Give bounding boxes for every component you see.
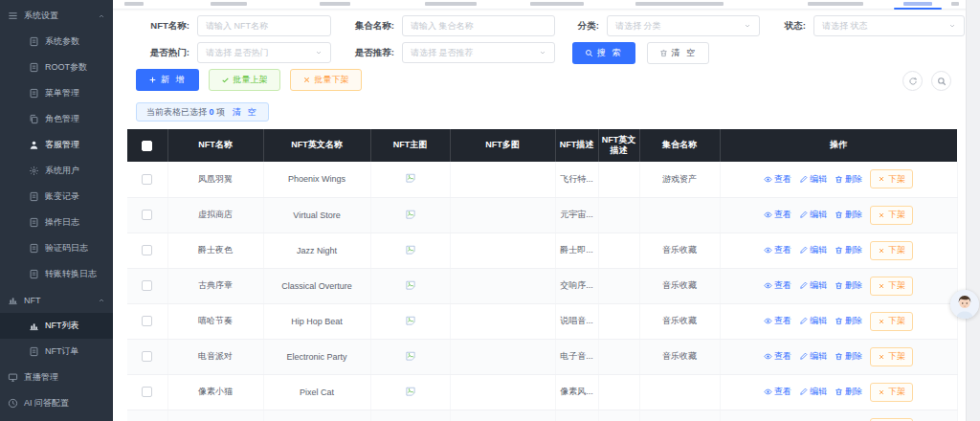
table-row: 爵士夜色 Jazz Night 爵士即... 音乐收藏 查看 编辑 删除 下架 — [127, 233, 957, 268]
tab-fragment[interactable] — [808, 2, 863, 6]
sidebar-item-root-params[interactable]: ROOT参数 — [0, 55, 113, 80]
status-placeholder: 请选择 状态 — [822, 20, 868, 33]
sidebar-item-menu-management[interactable]: 菜单管理 — [0, 80, 113, 106]
off-shelf-button[interactable]: 下架 — [870, 312, 913, 331]
is-recommend-placeholder: 请选择 是否推荐 — [411, 47, 474, 59]
delete-button[interactable]: 删除 — [835, 279, 862, 292]
tab-fragment[interactable] — [211, 2, 247, 6]
view-button[interactable]: 查看 — [764, 209, 791, 221]
edit-button[interactable]: 编辑 — [799, 279, 827, 292]
view-button[interactable]: 查看 — [764, 315, 791, 327]
row-checkbox[interactable] — [142, 387, 152, 397]
edit-button[interactable]: 编辑 — [799, 244, 827, 256]
check-icon — [221, 76, 230, 84]
view-button[interactable]: 查看 — [764, 244, 791, 256]
tab-fragment[interactable] — [320, 2, 350, 6]
sidebar-item-operation-logs[interactable]: 操作日志 — [0, 210, 113, 235]
selection-clear-link[interactable]: 清 空 — [233, 106, 258, 119]
edit-button[interactable]: 编辑 — [799, 209, 827, 221]
sidebar-item-transfer-logs[interactable]: 转账转换日志 — [0, 261, 113, 287]
pencil-icon — [799, 175, 808, 184]
refresh-button[interactable] — [902, 71, 923, 91]
sidebar-item-balance-records[interactable]: 账变记录 — [0, 184, 113, 210]
chevron-down-icon — [948, 22, 956, 30]
delete-button[interactable]: 删除 — [835, 350, 862, 363]
tab-fragment[interactable] — [124, 2, 144, 6]
nft-name-input[interactable] — [197, 15, 331, 36]
zoom-button[interactable] — [931, 71, 951, 91]
sidebar-item-captcha-logs[interactable]: 验证码日志 — [0, 235, 113, 261]
delete-button[interactable]: 删除 — [835, 173, 862, 186]
row-checkbox[interactable] — [142, 245, 152, 255]
edit-button[interactable]: 编辑 — [799, 173, 827, 186]
cell-nft-en-desc — [598, 233, 639, 268]
sidebar-item-nft-orders[interactable]: NFT订单 — [0, 339, 113, 365]
cell-nft-images — [450, 374, 555, 410]
sidebar-item-live-management[interactable]: 直播管理 — [0, 365, 113, 390]
clear-button[interactable]: 清 空 — [647, 42, 710, 64]
tab-fragment-active[interactable] — [903, 2, 932, 6]
delete-button[interactable]: 删除 — [835, 315, 862, 327]
category-select[interactable]: 请选择 分类 — [607, 15, 760, 36]
sidebar-group-system-settings[interactable]: 系统设置 — [0, 3, 113, 29]
tab-fragment[interactable] — [425, 2, 477, 6]
tab-fragment[interactable] — [530, 2, 584, 6]
vertical-scrollbar[interactable] — [966, 0, 980, 421]
tab-fragment[interactable] — [635, 2, 724, 6]
cell-nft-name: 古典序章 — [167, 268, 263, 303]
doc-icon — [29, 36, 39, 47]
cell-nft-desc: 像素风... — [555, 374, 598, 410]
cell-nft-name: 凤凰羽翼 — [167, 162, 263, 197]
status-select[interactable]: 请选择 状态 — [813, 15, 965, 36]
delete-button[interactable]: 删除 — [835, 209, 862, 221]
tab-fragment[interactable] — [951, 2, 959, 6]
customer-service-avatar[interactable] — [950, 290, 979, 319]
category-label: 分类: — [568, 20, 599, 33]
batch-on-shelf-button[interactable]: 批量上架 — [209, 69, 280, 91]
search-button[interactable]: 搜 索 — [572, 42, 635, 64]
row-checkbox[interactable] — [142, 351, 152, 362]
status-label: 状态: — [775, 20, 806, 33]
collection-name-input[interactable] — [402, 15, 555, 36]
sidebar-item-ai-qa-config[interactable]: AI 问答配置 — [0, 390, 113, 416]
off-shelf-button[interactable]: 下架 — [870, 383, 913, 402]
view-button[interactable]: 查看 — [764, 279, 791, 292]
off-shelf-button[interactable]: 下架 — [870, 169, 913, 188]
broken-image-icon — [405, 350, 416, 362]
view-button[interactable]: 查看 — [764, 386, 791, 398]
row-checkbox[interactable] — [142, 174, 152, 185]
sidebar-item-role-management[interactable]: 角色管理 — [0, 106, 113, 132]
row-checkbox[interactable] — [142, 316, 152, 326]
is-recommend-select[interactable]: 请选择 是否推荐 — [402, 42, 555, 63]
delete-button[interactable]: 删除 — [835, 386, 862, 398]
sidebar-item-system-users[interactable]: 系统用户 — [0, 158, 113, 184]
view-button[interactable]: 查看 — [764, 173, 791, 186]
off-shelf-button[interactable]: 下架 — [870, 347, 913, 366]
monitor-icon — [8, 372, 18, 383]
pencil-icon — [799, 317, 808, 325]
trash-icon — [835, 352, 843, 361]
cell-collection: 音乐收藏 — [639, 268, 720, 303]
sidebar-item-system-params[interactable]: 系统参数 — [0, 29, 113, 55]
sidebar-item-nft-list[interactable]: NFT列表 — [0, 313, 113, 339]
off-shelf-button[interactable]: 下架 — [870, 241, 913, 260]
sidebar-item-customer-service[interactable]: 客服管理 — [0, 132, 113, 158]
view-button[interactable]: 查看 — [764, 350, 791, 363]
edit-button[interactable]: 编辑 — [799, 386, 827, 398]
row-checkbox[interactable] — [142, 210, 152, 220]
add-button[interactable]: 新 增 — [136, 69, 199, 91]
off-shelf-button[interactable]: 下架 — [870, 206, 913, 225]
select-all-checkbox[interactable] — [142, 141, 152, 151]
row-checkbox[interactable] — [142, 280, 152, 291]
sidebar-group-nft[interactable]: NFT — [0, 287, 113, 313]
is-hot-select[interactable]: 请选择 是否热门 — [197, 42, 331, 63]
col-nft-name: NFT名称 — [167, 129, 263, 162]
edit-button[interactable]: 编辑 — [799, 315, 827, 327]
batch-off-shelf-button[interactable]: 批量下架 — [290, 69, 362, 91]
sidebar-item-label: 角色管理 — [45, 113, 79, 125]
delete-button[interactable]: 删除 — [835, 244, 862, 256]
sidebar-item-label: 验证码日志 — [45, 242, 88, 255]
off-shelf-button[interactable]: 下架 — [870, 277, 913, 296]
off-shelf-button[interactable]: 下架 — [870, 418, 913, 421]
edit-button[interactable]: 编辑 — [799, 350, 827, 363]
